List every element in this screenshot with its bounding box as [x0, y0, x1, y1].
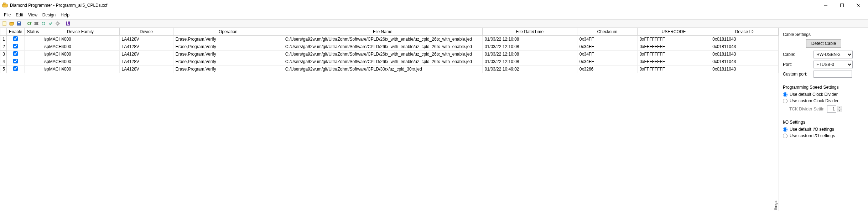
- cell-family[interactable]: ispMACH4000: [41, 36, 119, 43]
- cell-usercode: 0xFFFFFFFF: [637, 51, 710, 58]
- svg-rect-10: [35, 22, 38, 25]
- cell-family[interactable]: ispMACH4000: [41, 43, 119, 51]
- tck-spinbox[interactable]: ▲▼: [827, 105, 842, 113]
- col-enable[interactable]: Enable: [7, 28, 25, 36]
- new-icon[interactable]: [1, 20, 8, 27]
- custom-port-label: Custom port:: [783, 72, 811, 77]
- cell-filedate: 01/03/22 12:10:08: [482, 43, 577, 51]
- cell-family[interactable]: ispMACH4000: [41, 58, 119, 66]
- cell-device[interactable]: LA4128V: [119, 66, 173, 73]
- cell-usercode: 0xFFFFFFFF: [637, 66, 710, 73]
- col-status[interactable]: Status: [25, 28, 41, 36]
- speed-default-radio[interactable]: [783, 92, 788, 97]
- device-grid[interactable]: Enable Status Device Family Device Opera…: [0, 28, 779, 211]
- enable-checkbox[interactable]: [13, 51, 18, 56]
- cell-filename[interactable]: C:/Users/ga92wum/git/UltraZohm/Software/…: [283, 36, 482, 43]
- io-default-radio[interactable]: [783, 127, 788, 132]
- save-icon[interactable]: [16, 20, 22, 27]
- cell-filename[interactable]: C:/Users/ga92wum/git/UltraZohm/Software/…: [283, 66, 482, 73]
- menu-help[interactable]: Help: [58, 11, 72, 19]
- speed-custom-radio[interactable]: [783, 99, 788, 103]
- settings-icon[interactable]: [54, 20, 61, 27]
- cell-operation[interactable]: Erase,Program,Verify: [173, 43, 283, 51]
- cell-device[interactable]: LA4128V: [119, 58, 173, 66]
- cell-operation[interactable]: Erase,Program,Verify: [173, 66, 283, 73]
- titlebar: Diamond Programmer - Programm_all5_CPLDs…: [0, 0, 868, 11]
- vertical-tab-label[interactable]: ttings: [773, 198, 778, 211]
- program-icon[interactable]: [26, 20, 32, 27]
- maximize-button[interactable]: [834, 0, 850, 11]
- custom-port-input[interactable]: [814, 71, 852, 78]
- cell-device[interactable]: LA4128V: [119, 36, 173, 43]
- table-row[interactable]: 2ispMACH4000LA4128VErase,Program,VerifyC…: [0, 43, 779, 51]
- row-number: 1: [0, 36, 7, 43]
- cell-operation[interactable]: Erase,Program,Verify: [173, 58, 283, 66]
- col-device[interactable]: Device: [119, 28, 173, 36]
- row-number: 5: [0, 66, 7, 73]
- cell-enable[interactable]: [7, 51, 25, 58]
- cell-device[interactable]: LA4128V: [119, 51, 173, 58]
- menu-edit[interactable]: Edit: [13, 11, 26, 19]
- cell-checksum: 0x34FF: [577, 36, 637, 43]
- table-row[interactable]: 1ispMACH4000LA4128VErase,Program,VerifyC…: [0, 36, 779, 43]
- spin-down-icon[interactable]: ▼: [837, 109, 842, 112]
- minimize-button[interactable]: [817, 0, 834, 11]
- cell-filedate: 01/03/22 12:10:08: [482, 51, 577, 58]
- speed-default-label: Use default Clock Divider: [790, 92, 838, 97]
- cell-enable[interactable]: [7, 36, 25, 43]
- enable-checkbox[interactable]: [13, 66, 18, 71]
- verify-icon[interactable]: [47, 20, 54, 27]
- cell-filename[interactable]: C:/Users/ga92wum/git/UltraZohm/Software/…: [283, 43, 482, 51]
- col-usercode[interactable]: USERCODE: [637, 28, 710, 36]
- svg-rect-3: [841, 4, 844, 7]
- enable-checkbox[interactable]: [13, 59, 18, 63]
- log-icon[interactable]: L: [65, 20, 71, 27]
- menu-view[interactable]: View: [26, 11, 40, 19]
- col-filedate[interactable]: File Date/Time: [482, 28, 577, 36]
- menu-design[interactable]: Design: [40, 11, 58, 19]
- io-default-label: Use default I/O settings: [790, 127, 834, 132]
- spin-up-icon[interactable]: ▲: [837, 106, 842, 109]
- svg-rect-1: [3, 3, 5, 4]
- cell-filename[interactable]: C:/Users/ga92wum/git/UltraZohm/Software/…: [283, 51, 482, 58]
- enable-checkbox[interactable]: [13, 44, 18, 48]
- chip-icon[interactable]: [33, 20, 40, 27]
- cell-enable[interactable]: [7, 58, 25, 66]
- table-row[interactable]: 3ispMACH4000LA4128VErase,Program,VerifyC…: [0, 51, 779, 58]
- col-family[interactable]: Device Family: [41, 28, 119, 36]
- port-select[interactable]: FTUSB-0: [814, 61, 853, 68]
- cell-deviceid: 0x01811043: [710, 66, 779, 73]
- cell-filename[interactable]: C:/Users/ga92wum/git/UltraZohm/Software/…: [283, 58, 482, 66]
- col-deviceid[interactable]: Device ID: [710, 28, 779, 36]
- speed-custom-label: Use custom Clock Divider: [790, 98, 838, 103]
- col-checksum[interactable]: Checksum: [577, 28, 637, 36]
- cell-status: [25, 51, 41, 58]
- row-number: 2: [0, 43, 7, 51]
- cell-checksum: 0x34FF: [577, 58, 637, 66]
- svg-rect-6: [3, 21, 6, 26]
- cell-operation[interactable]: Erase,Program,Verify: [173, 36, 283, 43]
- table-row[interactable]: 4ispMACH4000LA4128VErase,Program,VerifyC…: [0, 58, 779, 66]
- cell-filedate: 01/03/22 12:10:08: [482, 58, 577, 66]
- detect-cable-button[interactable]: Detect Cable: [806, 39, 841, 48]
- cable-select[interactable]: HW-USBN-2: [814, 51, 853, 58]
- close-button[interactable]: [850, 0, 867, 11]
- row-number: 3: [0, 51, 7, 58]
- col-operation[interactable]: Operation: [173, 28, 283, 36]
- cell-device[interactable]: LA4128V: [119, 43, 173, 51]
- enable-checkbox[interactable]: [13, 36, 18, 41]
- menubar: File Edit View Design Help: [0, 11, 868, 19]
- cell-enable[interactable]: [7, 43, 25, 51]
- refresh-icon[interactable]: [40, 20, 47, 27]
- menu-file[interactable]: File: [1, 11, 13, 19]
- col-filename[interactable]: File Name: [283, 28, 482, 36]
- cell-status: [25, 36, 41, 43]
- cell-enable[interactable]: [7, 66, 25, 73]
- cell-family[interactable]: ispMACH4000: [41, 66, 119, 73]
- tck-value[interactable]: [827, 105, 836, 113]
- table-row[interactable]: 5ispMACH4000LA4128VErase,Program,VerifyC…: [0, 66, 779, 73]
- io-custom-radio[interactable]: [783, 134, 788, 138]
- cell-family[interactable]: ispMACH4000: [41, 51, 119, 58]
- cell-operation[interactable]: Erase,Program,Verify: [173, 51, 283, 58]
- open-icon[interactable]: [9, 20, 15, 27]
